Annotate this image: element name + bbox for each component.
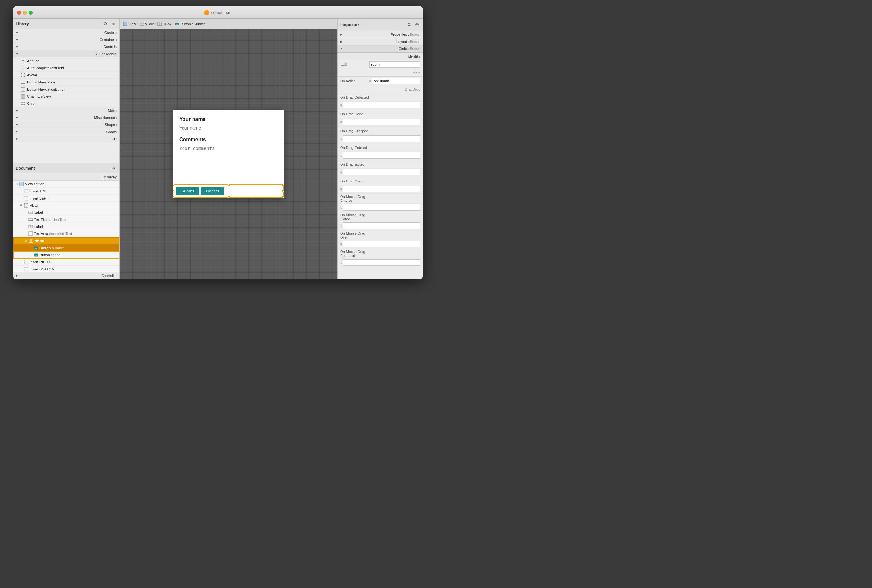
on-drag-done-input[interactable]	[343, 118, 420, 125]
breadcrumb-button-icon: OK	[175, 22, 180, 26]
controller-row[interactable]: ▶ Controller	[13, 272, 119, 279]
lib-item-autocomplete[interactable]: AutoCompleteTextField	[13, 64, 119, 72]
submit-button[interactable]: Submit	[176, 187, 199, 195]
close-button[interactable]	[17, 10, 21, 15]
breadcrumb-hbox-label: HBox	[163, 22, 171, 26]
library-settings-button[interactable]	[110, 21, 117, 27]
section-custom-arrow: ▶	[16, 31, 20, 34]
tree-btn-submit-label: Button submit	[39, 246, 63, 250]
lib-item-bottomnav[interactable]: BottomNavigation	[13, 79, 119, 86]
on-drag-over-input[interactable]	[343, 186, 420, 192]
tree-item-insert-right[interactable]: insert RIGHT	[13, 258, 119, 266]
canvas-area[interactable]: Your name Comments Submi	[120, 29, 337, 279]
maximize-button[interactable]	[29, 10, 33, 15]
tab-layout[interactable]: ▶ Layout : Button	[338, 38, 423, 45]
drag-entered-hash: #	[340, 153, 342, 158]
breadcrumb-vbox[interactable]: VBox	[140, 22, 153, 26]
drag-over-hash: #	[340, 187, 342, 191]
tree-item-button-submit[interactable]: OK Button submit	[13, 244, 119, 252]
inspector-tabs: ▶ Properties : Button ▶ Layout : Button …	[338, 31, 423, 52]
section-menu[interactable]: ▶ Menu	[13, 107, 119, 114]
on-drag-detected-label: On Drag Detected	[340, 95, 369, 99]
breadcrumb-view-label: View	[128, 22, 136, 26]
tree-item-label2[interactable]: A Label	[13, 223, 119, 230]
vbox-icon	[24, 203, 29, 208]
on-mouse-drag-over-input[interactable]	[343, 241, 420, 247]
on-drag-done-row: On Drag Done	[338, 110, 423, 118]
lib-item-appbar[interactable]: AppBar	[13, 57, 119, 64]
lib-item-bottomnavbtn[interactable]: ? BottomNavigationButton	[13, 86, 119, 93]
on-action-row: On Action #	[338, 77, 423, 86]
section-shapes[interactable]: ▶ Shapes	[13, 121, 119, 128]
center-area: View › VBox › HBox › OK Button : Submit	[120, 19, 337, 279]
mouse-drag-exited-hash: #	[340, 224, 342, 228]
inspector-search-button[interactable]	[406, 22, 413, 28]
form-comments-textarea[interactable]	[179, 144, 278, 183]
on-drag-dropped-input[interactable]	[343, 135, 420, 142]
form-name-label: Your name	[179, 116, 278, 122]
hbox-icon	[29, 238, 33, 243]
tree-item-hbox[interactable]: ⊖ HBox	[13, 237, 119, 244]
breadcrumb-hbox[interactable]: HBox	[158, 22, 171, 26]
tree-item-view[interactable]: ⊖ View edition	[13, 180, 119, 188]
tree-textarea-label: TextArea commentsText	[34, 232, 72, 236]
on-mouse-drag-exited-input[interactable]	[343, 222, 420, 229]
tree-item-textarea[interactable]: TextArea commentsText	[13, 230, 119, 237]
vbox-toggle: ⊖	[19, 204, 24, 207]
on-drag-exited-input[interactable]	[343, 169, 420, 176]
tree-item-insert-left[interactable]: insert LEFT	[13, 195, 119, 202]
tree-item-label1[interactable]: A Label	[13, 209, 119, 216]
svg-rect-24	[29, 239, 33, 243]
breadcrumb-view[interactable]: View	[123, 22, 136, 26]
tree-item-insert-bottom[interactable]: insert BOTTOM	[13, 266, 119, 272]
inspector-settings-button[interactable]	[414, 22, 420, 28]
on-mouse-drag-entered-input[interactable]	[343, 204, 420, 210]
section-controls[interactable]: ▶ Controls	[13, 43, 119, 50]
minimize-button[interactable]	[23, 10, 27, 15]
section-custom[interactable]: ▶ Custom	[13, 29, 119, 36]
svg-rect-36	[158, 22, 162, 26]
on-drag-done-label: On Drag Done	[340, 112, 369, 116]
section-containers[interactable]: ▶ Containers	[13, 36, 119, 43]
on-action-input[interactable]	[372, 78, 420, 84]
on-mouse-drag-exited-input-row: #	[338, 222, 423, 231]
form-name-input[interactable]	[179, 124, 278, 132]
tree-item-button-cancel[interactable]: OK Button cancel	[13, 252, 119, 258]
on-drag-entered-input[interactable]	[343, 152, 420, 159]
on-action-label: On Action	[340, 79, 369, 83]
section-custom-label: Custom	[21, 31, 117, 34]
on-mouse-drag-released-input[interactable]	[343, 259, 420, 266]
on-drag-entered-row: On Drag Entered	[338, 144, 423, 152]
lib-item-avatar[interactable]: Avatar	[13, 72, 119, 79]
cancel-button[interactable]: Cancel	[201, 187, 224, 195]
section-containers-label: Containers	[21, 38, 117, 42]
lib-item-chip[interactable]: Chip	[13, 100, 119, 107]
library-search-button[interactable]	[102, 21, 109, 27]
tab-code[interactable]: ▼ Code : Button	[338, 45, 423, 52]
on-mouse-drag-released-label: On Mouse Drag Released	[340, 250, 369, 258]
tree-hbox-label: HBox	[35, 239, 44, 243]
breadcrumb-button[interactable]: OK Button : Submit	[175, 22, 205, 26]
breadcrumb-view-icon	[123, 22, 128, 26]
breadcrumb-sep-3: ›	[173, 22, 174, 26]
tree-item-vbox[interactable]: ⊖ VBox	[13, 202, 119, 209]
svg-point-3	[112, 22, 115, 25]
identity-title: Identity	[340, 54, 420, 58]
lib-item-charmlist[interactable]: CharmListView	[13, 93, 119, 100]
svg-rect-34	[140, 22, 144, 26]
document-settings-button[interactable]: ⚙	[110, 165, 117, 171]
fxid-input[interactable]	[369, 61, 420, 68]
svg-point-0	[105, 22, 107, 24]
on-drag-detected-input[interactable]	[343, 102, 420, 108]
section-miscellaneous[interactable]: ▶ Miscellaneous	[13, 114, 119, 121]
insert-top-icon	[24, 189, 29, 194]
section-3d[interactable]: ▶ 3D	[13, 135, 119, 142]
inspector-gear-icon	[415, 23, 419, 27]
tree-label2-label: Label	[34, 225, 43, 228]
tree-item-textfield[interactable]: TextField authorText	[13, 216, 119, 223]
section-charts[interactable]: ▶ Charts	[13, 128, 119, 135]
tab-properties[interactable]: ▶ Properties : Button	[338, 31, 423, 38]
section-gluon-mobile[interactable]: ▼ Gluon Mobile	[13, 50, 119, 57]
tree-item-insert-top[interactable]: insert TOP	[13, 188, 119, 195]
code-label: Code : Button	[344, 47, 420, 51]
